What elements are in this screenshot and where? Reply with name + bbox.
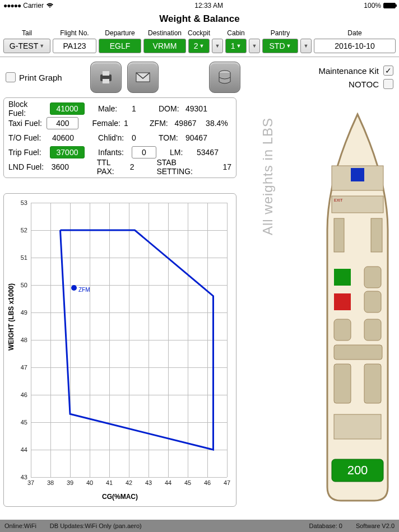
dom-label: DOM: (159, 104, 182, 113)
svg-rect-8 (334, 218, 344, 252)
dest-select[interactable]: VRMM (143, 39, 186, 53)
notoc-checkbox[interactable] (383, 79, 393, 89)
trip-fuel-input[interactable]: 37000 (50, 146, 85, 158)
wifi-icon (46, 3, 54, 8)
male-val: 1 (132, 104, 145, 113)
female-val: 1 (124, 119, 136, 128)
email-button[interactable] (127, 62, 159, 93)
aft-value: 200 (347, 463, 368, 477)
svg-rect-9 (371, 218, 382, 252)
infant-input[interactable]: 0 (132, 146, 156, 158)
units-tag: All weights in LBS (260, 118, 276, 235)
tail-select[interactable]: G-TEST▼ (3, 39, 50, 53)
date-input[interactable]: 2016-10-10 (314, 39, 396, 53)
cabin-label: Cabin (227, 29, 244, 38)
svg-rect-16 (364, 364, 381, 403)
pantry-label: Pantry (271, 29, 290, 38)
footer-online: Online:WiFi (4, 522, 36, 529)
stab-val: 17 (222, 162, 231, 171)
cockpit-extra[interactable]: ▼ (212, 39, 223, 53)
x-axis-label: CG(%MAC) (4, 493, 236, 501)
svg-rect-12 (334, 319, 351, 340)
svg-rect-2 (103, 79, 109, 83)
block-fuel-input[interactable]: 41000 (50, 102, 85, 115)
lnd-fuel-val: 3600 (49, 162, 83, 171)
maint-checkbox[interactable]: ✓ (383, 66, 393, 76)
svg-rect-11 (364, 291, 381, 312)
block-fuel-label: Block Fuel: (8, 100, 47, 118)
footer: Online:WiFi DB Updates:WiFi Only (pan.ae… (0, 520, 399, 532)
flight-label: Flight No. (60, 29, 89, 38)
seat-1[interactable] (334, 269, 351, 286)
cockpit-seat[interactable] (351, 168, 364, 181)
lm-val: 53467 (197, 148, 227, 157)
svg-rect-17 (334, 414, 381, 439)
page-title: Weight & Balance (0, 11, 399, 29)
dest-label: Destination (148, 29, 182, 38)
date-label: Date (347, 29, 361, 38)
zfm-val: 49867 (175, 119, 203, 128)
carrier-text: Carrier (23, 2, 44, 10)
male-label: Male: (98, 104, 128, 113)
dep-select[interactable]: EGLF (99, 39, 141, 53)
cg-chart: 4344454647484950515253373839404142434445… (3, 193, 236, 507)
svg-rect-15 (334, 364, 351, 403)
status-time: 12:33 AM (194, 2, 223, 10)
svg-rect-14 (334, 345, 382, 360)
female-label: Female: (92, 119, 120, 128)
taxi-fuel-label: Taxi Fuel: (8, 119, 43, 128)
trip-fuel-label: Trip Fuel: (8, 148, 47, 157)
signal-icon: ●●●●● (3, 2, 21, 10)
svg-text:EXIT: EXIT (334, 198, 343, 202)
status-bar: ●●●●● Carrier 12:33 AM 100% (0, 0, 399, 11)
cockpit-label: Cockpit (188, 29, 210, 38)
footer-database: Database: 0 (309, 522, 342, 529)
svg-rect-10 (364, 267, 381, 288)
aircraft-layout[interactable]: EXIT 200 (321, 112, 395, 504)
flight-input[interactable]: PA123 (53, 39, 96, 53)
zfm-label: ZFM: (150, 119, 171, 128)
svg-rect-13 (364, 319, 381, 340)
cabin-extra[interactable]: ▼ (249, 39, 260, 53)
database-button[interactable] (209, 62, 240, 93)
svg-rect-1 (103, 71, 109, 76)
pantry-extra[interactable]: ▼ (300, 39, 312, 53)
stab-label: STAB SETTING: (156, 158, 214, 176)
cockpit-select[interactable]: 2▼ (188, 39, 210, 53)
zfm-pct: 38.4% (206, 119, 231, 128)
y-axis-label: WEIGHT (LBS x1000) (7, 283, 15, 351)
taxi-fuel-input[interactable]: 400 (47, 117, 78, 129)
footer-sw: Software V2.0 (356, 522, 395, 529)
tools-row: Print Graph Maintenance Kit✓ NOTOC (0, 57, 399, 97)
child-label: Chlid'n: (98, 133, 128, 142)
child-val: 0 (132, 133, 145, 142)
maint-label: Maintenance Kit (318, 66, 379, 76)
envelope-icon (134, 68, 152, 86)
dom-val: 49301 (185, 104, 216, 113)
tom-label: TOM: (159, 133, 182, 142)
config-bar: Tail G-TEST▼ Flight No. PA123 Departure … (0, 29, 399, 57)
pantry-select[interactable]: STD▼ (262, 39, 298, 53)
lnd-fuel-label: LND Fuel: (8, 162, 46, 171)
footer-db: DB Updates:WiFi Only (pan.aero) (50, 522, 142, 529)
lm-label: LM: (170, 148, 193, 157)
seat-2[interactable] (334, 293, 351, 310)
fuel-panel: Block Fuel: 41000 Male: 1 DOM: 49301 Tax… (3, 97, 236, 178)
tail-label: Tail (22, 29, 32, 38)
notoc-label: NOTOC (349, 80, 379, 89)
to-fuel-label: T/O Fuel: (8, 133, 47, 142)
battery-icon (383, 3, 396, 8)
print-label: Print Graph (19, 73, 62, 82)
to-fuel-val: 40600 (50, 133, 85, 142)
print-button[interactable] (90, 62, 122, 93)
cabin-select[interactable]: 1▼ (225, 39, 247, 53)
printer-icon (97, 68, 115, 86)
ttlpax-val: 2 (130, 162, 143, 171)
dep-label: Departure (105, 29, 134, 38)
print-checkbox[interactable] (6, 72, 16, 82)
ttlpax-label: TTL PAX: (97, 158, 127, 176)
battery-text: 100% (364, 2, 381, 10)
infant-label: Infants: (98, 148, 128, 157)
tom-val: 90467 (185, 133, 216, 142)
database-icon (216, 68, 234, 86)
